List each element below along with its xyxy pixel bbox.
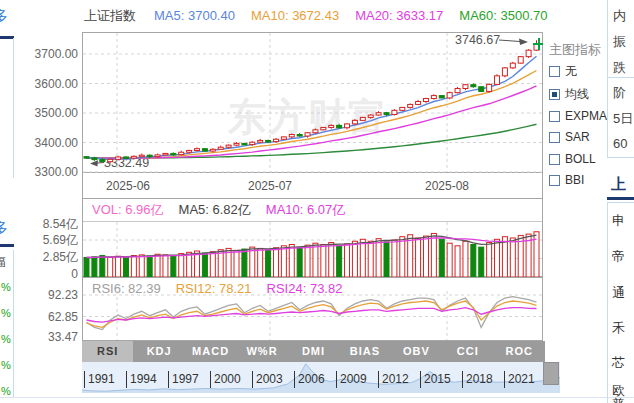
stock-chart-app: 上证指数MA5: 3700.40MA10: 3672.43MA20: 3633.… bbox=[0, 0, 634, 403]
pct-cell: % bbox=[1, 307, 11, 319]
main-y-tick: 3500.00 bbox=[18, 106, 78, 120]
indicator-option-none[interactable]: 无 bbox=[549, 63, 577, 77]
stock-link[interactable]: 申 bbox=[612, 212, 625, 230]
right-section-underline bbox=[607, 197, 634, 200]
stock-link[interactable]: 通 bbox=[612, 284, 625, 302]
rsi-y-tick: 92.23 bbox=[18, 288, 78, 302]
pct-cell: % bbox=[1, 281, 11, 293]
right-section-title: 上 bbox=[611, 175, 626, 194]
left-section-underline bbox=[0, 36, 14, 39]
volume-chart bbox=[82, 198, 543, 277]
bottom-divider bbox=[0, 397, 634, 398]
timeline-year-label: 2021 bbox=[504, 371, 535, 388]
right-stock-list-panel bbox=[607, 202, 634, 403]
vol-y-tick: 0 bbox=[18, 267, 78, 281]
stock-link[interactable]: 芯 bbox=[612, 354, 625, 372]
stat-label: 内 bbox=[613, 7, 626, 25]
left-section-underline bbox=[0, 244, 14, 247]
month-label: 2025-08 bbox=[414, 179, 480, 193]
timeline-year-label: 1991 bbox=[84, 371, 115, 388]
stat-label: 跌 bbox=[613, 59, 626, 77]
main-y-tick: 3400.00 bbox=[18, 136, 78, 150]
index-title: 上证指数 bbox=[84, 8, 136, 23]
main-indicator-panel-title: 主图指标 bbox=[549, 41, 601, 59]
left-panel-border bbox=[13, 38, 14, 178]
stage-label: 阶 bbox=[613, 84, 626, 102]
rsi-chart bbox=[82, 277, 543, 341]
checkbox-icon bbox=[549, 175, 560, 186]
chart-legend: 上证指数MA5: 3700.40MA10: 3672.43MA20: 3633.… bbox=[84, 7, 548, 25]
pct-cell: % bbox=[1, 359, 11, 371]
timeline-year-label: 1994 bbox=[126, 371, 157, 388]
candlestick-chart bbox=[82, 32, 543, 173]
tab-cci[interactable]: CCI bbox=[442, 341, 493, 362]
timeline-year-label: 2000 bbox=[210, 371, 241, 388]
tab-macd[interactable]: MACD bbox=[185, 341, 236, 362]
timeline-year-label: 2012 bbox=[378, 371, 409, 388]
ma20-legend: MA20: 3633.17 bbox=[355, 8, 443, 23]
timeline-year-label: 1997 bbox=[168, 371, 199, 388]
month-label: 2025-06 bbox=[95, 179, 161, 193]
main-y-tick: 3300.00 bbox=[18, 165, 78, 179]
tab-rsi[interactable]: RSI bbox=[82, 341, 133, 362]
tab-kdj[interactable]: KDJ bbox=[133, 341, 184, 362]
timeline-year-label: 2018 bbox=[462, 371, 493, 388]
indicator-option-sar[interactable]: SAR bbox=[549, 129, 590, 143]
stock-link[interactable]: 禾 bbox=[612, 319, 625, 337]
checkbox-icon bbox=[549, 132, 560, 143]
stage-label: 60 bbox=[613, 136, 627, 151]
tab-roc[interactable]: ROC bbox=[494, 341, 545, 362]
stock-link[interactable]: 帝 bbox=[612, 248, 625, 266]
pct-cell: % bbox=[1, 333, 11, 345]
timeline-year-label: 2015 bbox=[420, 371, 451, 388]
main-y-tick: 3700.00 bbox=[18, 47, 78, 61]
tab-dmi[interactable]: DMI bbox=[288, 341, 339, 362]
month-label: 2025-07 bbox=[237, 179, 303, 193]
timeline-scrollbar-handle[interactable] bbox=[543, 362, 559, 385]
checkbox-icon bbox=[549, 111, 560, 122]
indicator-option-bbi[interactable]: BBI bbox=[549, 172, 584, 186]
history-timeline[interactable]: 1991199419972000200320062009201220152018… bbox=[82, 362, 560, 393]
rsi-y-tick: 33.47 bbox=[18, 330, 78, 344]
tab-obv[interactable]: OBV bbox=[391, 341, 442, 362]
main-y-tick: 3600.00 bbox=[18, 77, 78, 91]
indicator-option-expma[interactable]: EXPMA bbox=[549, 108, 607, 122]
timeline-year-label: 2009 bbox=[336, 371, 367, 388]
left-column-header: 幅 bbox=[0, 254, 6, 271]
checkbox-checked-icon bbox=[549, 89, 560, 100]
timeline-year-label: 2003 bbox=[252, 371, 283, 388]
stock-link[interactable]: 普 bbox=[612, 396, 625, 403]
ma10-legend: MA10: 3672.43 bbox=[251, 8, 339, 23]
rsi-y-tick: 62.85 bbox=[18, 310, 78, 324]
more-link[interactable]: 多 bbox=[0, 7, 8, 26]
ma60-legend: MA60: 3500.70 bbox=[459, 8, 547, 23]
tab-bias[interactable]: BIAS bbox=[339, 341, 390, 362]
stat-label: 振 bbox=[613, 33, 626, 51]
right-stats-divider bbox=[607, 77, 634, 78]
vol-y-tick: 5.69亿 bbox=[18, 233, 78, 247]
checkbox-icon bbox=[549, 154, 560, 165]
indicator-option-boll[interactable]: BOLL bbox=[549, 151, 596, 165]
timeline-year-label: 2006 bbox=[294, 371, 325, 388]
tab-wr[interactable]: W%R bbox=[236, 341, 287, 362]
indicator-option-ma[interactable]: 均线 bbox=[549, 86, 589, 100]
checkbox-icon bbox=[549, 66, 560, 77]
vol-y-tick: 8.54亿 bbox=[18, 217, 78, 231]
pct-cell: % bbox=[1, 385, 11, 397]
indicator-tab-bar: RSI KDJ MACD W%R DMI BIAS OBV CCI ROC bbox=[82, 341, 545, 362]
ma5-legend: MA5: 3700.40 bbox=[154, 8, 235, 23]
stage-label: 5日 bbox=[613, 110, 633, 128]
more-link[interactable]: 多 bbox=[0, 219, 8, 238]
left-panel-border bbox=[13, 250, 14, 397]
vol-y-tick: 2.85亿 bbox=[18, 250, 78, 264]
